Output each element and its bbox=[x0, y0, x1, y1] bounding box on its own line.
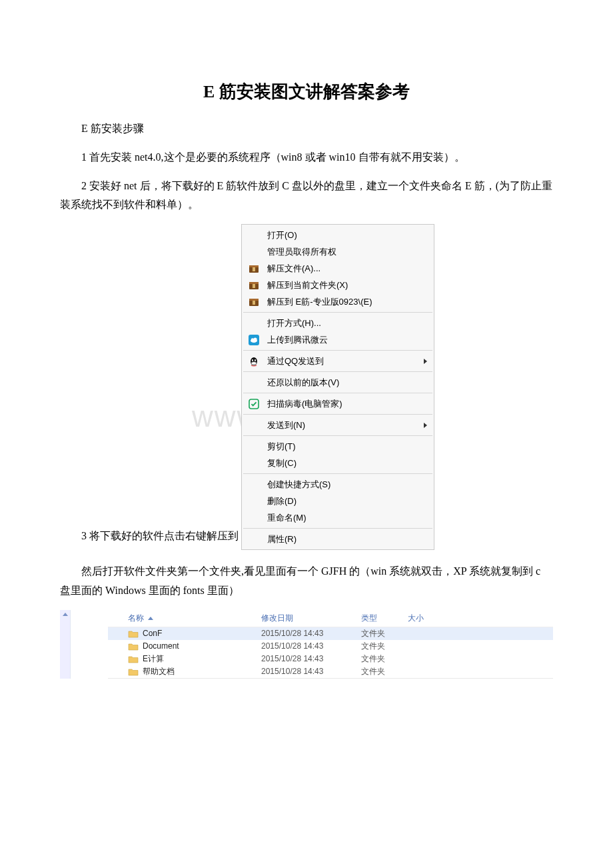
step-4: 然后打开软件文件夹第一个文件夹,看见里面有一个 GJFH 的（win 系统就双击… bbox=[60, 562, 553, 601]
archive-icon bbox=[247, 296, 261, 308]
file-type: 文件夹 bbox=[361, 653, 408, 665]
file-date: 2015/10/28 14:43 bbox=[261, 654, 361, 663]
col-type: 类型 bbox=[361, 613, 408, 624]
context-menu-label: 创建快捷方式(S) bbox=[267, 479, 427, 491]
context-menu-item[interactable]: 解压到 E筋-专业版0923\(E) bbox=[242, 293, 434, 310]
step-2: 2 安装好 net 后，将下载好的 E 筋软件放到 C 盘以外的盘里，建立一个文… bbox=[60, 177, 553, 215]
context-menu-label: 还原以前的版本(V) bbox=[267, 377, 427, 389]
col-name: 名称 bbox=[128, 613, 144, 624]
table-row[interactable]: Document2015/10/28 14:43文件夹 bbox=[108, 640, 553, 653]
context-menu-label: 剪切(T) bbox=[267, 441, 427, 453]
blank-icon bbox=[247, 229, 261, 241]
file-type: 文件夹 bbox=[361, 641, 408, 652]
blank-icon bbox=[247, 479, 261, 491]
shield-icon bbox=[247, 398, 261, 410]
scrollbar-stub[interactable] bbox=[60, 610, 71, 679]
context-menu-item[interactable]: 复制(C) bbox=[242, 455, 434, 471]
context-menu-item[interactable]: 解压到当前文件夹(X) bbox=[242, 277, 434, 293]
folder-icon bbox=[128, 629, 139, 638]
blank-icon bbox=[247, 419, 261, 431]
file-name: E计算 bbox=[143, 653, 164, 665]
context-menu-label: 重命名(M) bbox=[267, 512, 427, 524]
intro-paragraph: E 筋安装步骤 bbox=[60, 119, 553, 139]
table-row[interactable]: ConF2015/10/28 14:43文件夹 bbox=[108, 627, 553, 640]
folder-icon bbox=[128, 667, 139, 676]
context-menu-label: 属性(R) bbox=[267, 533, 427, 545]
context-menu-label: 解压到当前文件夹(X) bbox=[267, 279, 427, 291]
blank-icon bbox=[247, 246, 261, 258]
blank-icon bbox=[247, 317, 261, 329]
scroll-up-icon bbox=[63, 613, 68, 616]
cloud-icon bbox=[247, 334, 261, 346]
context-menu: 打开(O)管理员取得所有权解压文件(A)...解压到当前文件夹(X)解压到 E筋… bbox=[241, 224, 434, 550]
sort-caret-icon bbox=[148, 617, 153, 620]
context-menu-item[interactable]: 属性(R) bbox=[242, 531, 434, 547]
context-menu-label: 管理员取得所有权 bbox=[267, 246, 427, 258]
context-menu-item[interactable]: 发送到(N) bbox=[242, 417, 434, 433]
context-menu-item[interactable]: 还原以前的版本(V) bbox=[242, 374, 434, 391]
file-name: 帮助文档 bbox=[143, 666, 175, 677]
blank-icon bbox=[247, 377, 261, 389]
context-menu-label: 删除(D) bbox=[267, 495, 427, 507]
col-date: 修改日期 bbox=[261, 613, 361, 624]
context-menu-item[interactable]: 创建快捷方式(S) bbox=[242, 476, 434, 493]
archive-icon bbox=[247, 279, 261, 291]
context-menu-item[interactable]: 删除(D) bbox=[242, 493, 434, 509]
folder-icon bbox=[128, 641, 139, 651]
context-menu-item[interactable]: 重命名(M) bbox=[242, 509, 434, 526]
qq-icon bbox=[247, 355, 261, 367]
context-menu-label: 发送到(N) bbox=[267, 419, 424, 431]
folder-icon bbox=[128, 654, 139, 663]
context-menu-label: 解压到 E筋-专业版0923\(E) bbox=[267, 296, 427, 308]
table-row[interactable]: E计算2015/10/28 14:43文件夹 bbox=[108, 653, 553, 665]
context-menu-item[interactable]: 上传到腾讯微云 bbox=[242, 331, 434, 348]
file-type: 文件夹 bbox=[361, 666, 408, 677]
file-date: 2015/10/28 14:43 bbox=[261, 629, 361, 638]
archive-icon bbox=[247, 263, 261, 275]
page-title: E 筋安装图文讲解答案参考 bbox=[60, 80, 553, 103]
blank-icon bbox=[247, 495, 261, 507]
context-menu-item[interactable]: 扫描病毒(电脑管家) bbox=[242, 395, 434, 412]
context-menu-label: 复制(C) bbox=[267, 457, 427, 469]
context-menu-label: 上传到腾讯微云 bbox=[267, 334, 427, 346]
table-row[interactable]: 帮助文档2015/10/28 14:43文件夹 bbox=[108, 665, 553, 678]
context-menu-label: 通过QQ发送到 bbox=[267, 355, 424, 367]
context-menu-item[interactable]: 通过QQ发送到 bbox=[242, 353, 434, 369]
file-date: 2015/10/28 14:43 bbox=[261, 667, 361, 676]
context-menu-label: 解压文件(A)... bbox=[267, 263, 427, 275]
context-menu-item[interactable]: 剪切(T) bbox=[242, 438, 434, 455]
file-name: Document bbox=[143, 641, 179, 651]
context-menu-label: 打开(O) bbox=[267, 229, 427, 241]
chevron-right-icon bbox=[424, 423, 427, 428]
context-menu-label: 打开方式(H)... bbox=[267, 317, 427, 329]
file-table-header[interactable]: 名称 修改日期 类型 大小 bbox=[108, 610, 553, 627]
blank-icon bbox=[247, 512, 261, 524]
context-menu-item[interactable]: 管理员取得所有权 bbox=[242, 243, 434, 260]
chevron-right-icon bbox=[424, 359, 427, 364]
file-type: 文件夹 bbox=[361, 628, 408, 639]
step-1: 1 首先安装 net4.0,这个是必要的系统程序（win8 或者 win10 自… bbox=[60, 148, 553, 167]
blank-icon bbox=[247, 457, 261, 469]
col-size: 大小 bbox=[408, 613, 448, 624]
blank-icon bbox=[247, 441, 261, 453]
file-date: 2015/10/28 14:43 bbox=[261, 641, 361, 651]
context-menu-item[interactable]: 解压文件(A)... bbox=[242, 260, 434, 277]
step-3-lead: 3 将下载好的软件点击右键解压到 bbox=[60, 527, 241, 550]
file-table: 名称 修改日期 类型 大小 ConF2015/10/28 14:43文件夹Doc… bbox=[108, 610, 553, 679]
context-menu-label: 扫描病毒(电脑管家) bbox=[267, 398, 427, 410]
file-name: ConF bbox=[143, 629, 162, 638]
context-menu-item[interactable]: 打开方式(H)... bbox=[242, 315, 434, 331]
context-menu-item[interactable]: 打开(O) bbox=[242, 227, 434, 243]
blank-icon bbox=[247, 533, 261, 545]
